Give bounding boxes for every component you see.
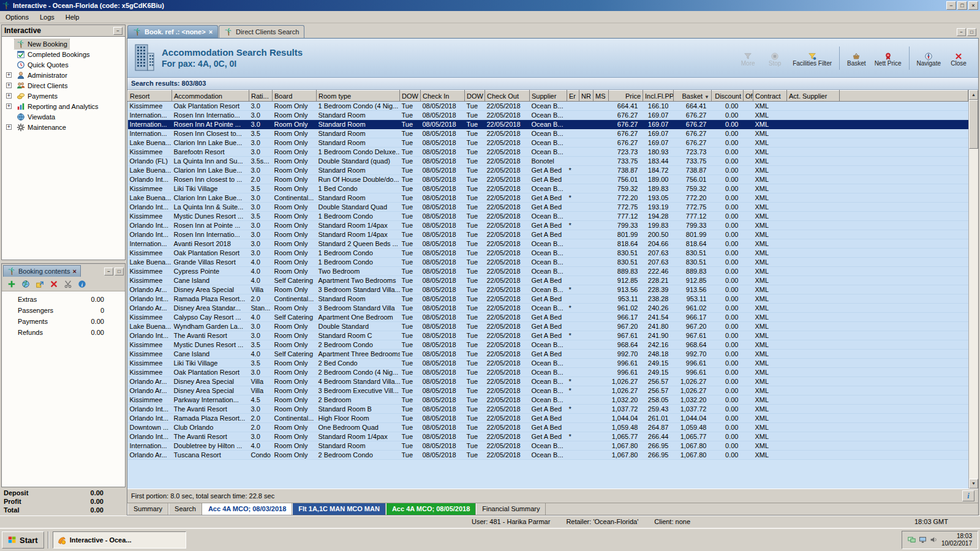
table-row[interactable]: Orlando Int...Rosen Inn at Pointe ...3.0… (128, 221, 968, 230)
table-row[interactable]: Orlando Ar...Disney Area SpecialVillaRoo… (128, 285, 968, 294)
table-row[interactable]: KissimmeeParkway Internation...4.5Room O… (128, 395, 968, 405)
tab-close-icon[interactable]: × (209, 28, 213, 36)
navigate-button[interactable]: Navigate (913, 42, 945, 75)
column-header-incl_fl_pp[interactable]: Incl.Fl.PP (643, 91, 674, 102)
column-header-price[interactable]: Price (609, 91, 643, 102)
table-row[interactable]: Orlando Ar...Disney Area SpecialVillaRoo… (128, 386, 968, 395)
menu-options[interactable]: Options (0, 12, 34, 22)
sidebar-item-completed-bookings[interactable]: Completed Bookings (2, 49, 125, 59)
booking-contents-item[interactable]: Passengers0 (2, 305, 125, 316)
column-header-basket[interactable]: Basket▼ (674, 91, 712, 102)
vertical-scrollbar[interactable]: ▲ ▼ (968, 90, 978, 489)
column-header-ms[interactable]: MS (594, 91, 609, 102)
column-header-check_in[interactable]: Check In (421, 91, 465, 102)
table-row[interactable]: KissimmeeMystic Dunes Resort ...3.5Room … (128, 212, 968, 221)
table-row[interactable]: Internation...Rosen Inn Closest to...3.5… (128, 129, 968, 138)
table-row[interactable]: Lake Buena...Clarion Inn Lake Bue...3.0C… (128, 193, 968, 203)
scroll-up-button[interactable]: ▲ (969, 90, 978, 100)
table-row[interactable]: Orlando Ar...Tuscana ResortCondoRoom Onl… (128, 451, 968, 460)
table-row[interactable]: Lake Buena...Grande Villas Resort4.0Room… (128, 258, 968, 267)
tab-direct-clients-search[interactable]: Direct Clients Search (219, 25, 304, 38)
booking-contents-item[interactable]: Extras0.00 (2, 294, 125, 305)
menu-logs[interactable]: Logs (34, 12, 60, 22)
table-row[interactable]: Internation...Rosen Inn Internatio...3.0… (128, 111, 968, 120)
component-tab-summary[interactable]: Summary (127, 503, 168, 515)
column-header-dow_in[interactable]: DOW (400, 91, 421, 102)
nett-price-button[interactable]: Nett Price (870, 42, 906, 75)
table-row[interactable]: Orlando Int...The Avanti Resort3.0Room O… (128, 331, 968, 340)
taskbar-task-button[interactable]: Interactive - Ocea... (53, 531, 186, 549)
table-row[interactable]: Orlando (FL)La Quinta Inn and Su...3.5s.… (128, 157, 968, 166)
table-row[interactable]: KissimmeeCalypso Cay Resort ...4.0Self C… (128, 313, 968, 322)
basket-button[interactable]: Basket (843, 42, 870, 75)
table-row[interactable]: KissimmeeCane Island4.0Self CateringApar… (128, 350, 968, 359)
sidebar-item-quick-quotes[interactable]: Quick Quotes (2, 59, 125, 70)
component-tab-financial-summary[interactable]: Financial Summary (476, 503, 546, 515)
table-row[interactable]: KissimmeeLiki Tiki Village3.5Room Only2 … (128, 359, 968, 368)
tray-audio-icon[interactable] (930, 536, 938, 544)
sidebar-item-direct-clients[interactable]: +Direct Clients (2, 80, 125, 91)
sidebar-item-payments[interactable]: +Payments (2, 91, 125, 101)
table-row[interactable]: Orlando Int...The Avanti Resort3.0Room O… (128, 405, 968, 414)
table-row[interactable]: Orlando Ar...Disney Area Standar...Stan.… (128, 304, 968, 313)
booking-contents-tab[interactable]: Booking contents × (3, 265, 81, 277)
expand-toggle[interactable]: + (6, 83, 12, 88)
delete-button[interactable] (48, 278, 60, 290)
export-button[interactable] (34, 278, 46, 290)
booking-contents-restore-button[interactable]: □ (115, 268, 124, 276)
menu-help[interactable]: Help (60, 12, 85, 22)
mdi-minimize-button[interactable]: − (957, 28, 966, 36)
scroll-track[interactable] (969, 149, 978, 479)
column-header-room_type[interactable]: Room type (317, 91, 400, 102)
sidebar-item-maintenance[interactable]: +Maintenance (2, 122, 125, 132)
scroll-thumb[interactable] (969, 100, 978, 149)
column-header-resort[interactable]: Resort (128, 91, 172, 102)
table-row[interactable]: KissimmeeOak Plantation Resort3.0Room On… (128, 368, 968, 377)
table-row[interactable]: Orlando Int...Rosen Inn Internatio...3.0… (128, 230, 968, 239)
booking-contents-close-icon[interactable]: × (72, 268, 76, 275)
window-minimize-button[interactable]: − (946, 1, 956, 10)
sidebar-item-reporting-and-analytics[interactable]: +Reporting and Analytics (2, 101, 125, 111)
column-header-rating[interactable]: Rati... (249, 91, 273, 102)
table-row[interactable]: KissimmeeLiki Tiki Village3.5Room Only1 … (128, 184, 968, 193)
booking-contents-item[interactable]: Refunds0.00 (2, 327, 125, 338)
booking-contents-minimize-button[interactable]: − (104, 268, 113, 276)
column-header-contract[interactable]: Contract (753, 91, 787, 102)
table-row[interactable]: Downtown ...Club Orlando2.0Room OnlyOne … (128, 423, 968, 432)
column-header-nr[interactable]: NR (579, 91, 594, 102)
window-maximize-button[interactable]: □ (957, 1, 967, 10)
table-row[interactable]: Orlando Int...Ramada Plaza Resort...2.0C… (128, 414, 968, 423)
booking-contents-item[interactable]: Payments0.00 (2, 316, 125, 327)
start-button[interactable]: Start (2, 531, 44, 549)
table-row[interactable]: KissimmeeOak Plantation Resort3.0Room On… (128, 102, 968, 111)
component-tab-search[interactable]: Search (168, 503, 202, 515)
component-tab-acc-4a-mco-08-05-2018[interactable]: Acc 4A MCO; 08/05/2018 (386, 503, 476, 515)
table-row[interactable]: Internation...Doubletree by Hilton ...4.… (128, 441, 968, 451)
table-row[interactable]: Orlando Int...The Avanti Resort3.0Room O… (128, 432, 968, 441)
sidebar-collapse-button[interactable]: − (113, 27, 123, 35)
column-header-er[interactable]: Er (567, 91, 579, 102)
sidebar-item-new-booking[interactable]: New Booking (2, 39, 125, 49)
table-row[interactable]: KissimmeeOak Plantation Resort3.0Room On… (128, 249, 968, 258)
tray-network-icon[interactable] (908, 536, 916, 544)
world-button[interactable] (20, 278, 32, 290)
column-header-of[interactable]: Of (744, 91, 753, 102)
sidebar-item-administrator[interactable]: +Administrator (2, 70, 125, 80)
column-header-accommodation[interactable]: Accommodation (172, 91, 249, 102)
column-header-check_out[interactable]: Check Out (485, 91, 530, 102)
table-row[interactable]: Lake Buena...Clarion Inn Lake Bue...3.0R… (128, 138, 968, 148)
expand-toggle[interactable]: + (6, 103, 12, 109)
expand-toggle[interactable]: + (6, 93, 12, 99)
table-row[interactable]: Internation...Rosen Inn At Pointe ...3.0… (128, 120, 968, 129)
info-button[interactable]: i (962, 490, 974, 501)
table-row[interactable]: Orlando Int...La Quinta Inn & Suite...3.… (128, 203, 968, 212)
mdi-restore-button[interactable]: □ (967, 28, 976, 36)
tab-book-ref-none[interactable]: Book. ref .: <none>× (127, 25, 218, 38)
component-tab-acc-4a-mco-08-03-2018[interactable]: Acc 4A MCO; 08/03/2018 (202, 503, 292, 515)
table-row[interactable]: KissimmeeMystic Dunes Resort ...3.5Room … (128, 340, 968, 350)
info-button[interactable]: i (76, 278, 88, 290)
table-row[interactable]: Lake Buena...Clarion Inn Lake Bue...3.0R… (128, 166, 968, 175)
table-row[interactable]: Internation...Avanti Resort 20183.0Room … (128, 239, 968, 249)
scroll-down-button[interactable]: ▼ (969, 479, 978, 489)
column-header-discount[interactable]: Discount (712, 91, 744, 102)
